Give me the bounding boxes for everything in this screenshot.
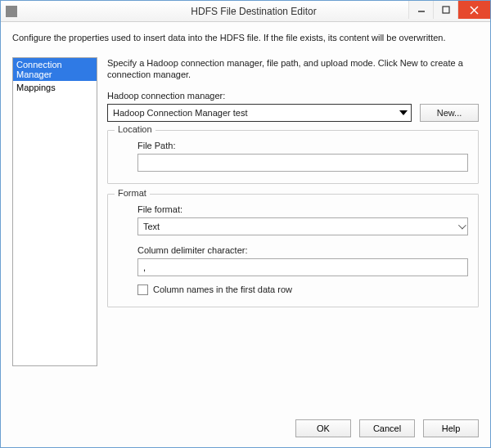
firstrow-row: Column names in the first data row	[137, 284, 468, 295]
body: Configure the properties used to insert …	[1, 23, 490, 447]
nav-item-connection-manager[interactable]: Connection Manager	[13, 58, 97, 81]
new-button-label: New...	[437, 108, 462, 118]
cancel-button[interactable]: Cancel	[359, 419, 415, 437]
help-label: Help	[442, 423, 461, 433]
delimiter-input[interactable]	[137, 258, 468, 276]
nav-item-label: Mappings	[16, 83, 56, 92]
minimize-button[interactable]	[408, 1, 433, 19]
ok-label: OK	[317, 423, 330, 433]
chevron-down-icon	[396, 105, 411, 121]
ok-button[interactable]: OK	[295, 419, 351, 437]
titlebar: HDFS File Destination Editor	[1, 1, 490, 22]
location-legend: Location	[115, 124, 155, 134]
fileformat-label: File format:	[137, 204, 468, 214]
app-icon	[6, 6, 17, 17]
window-buttons	[408, 1, 490, 19]
conn-manager-value: Hadoop Connection Manager test	[113, 108, 248, 118]
firstrow-checkbox[interactable]	[137, 284, 148, 295]
nav-item-mappings[interactable]: Mappings	[13, 81, 97, 94]
chevron-down-icon	[458, 223, 464, 229]
intro-text: Configure the properties used to insert …	[12, 33, 479, 43]
conn-manager-dropdown[interactable]: Hadoop Connection Manager test	[107, 104, 412, 122]
footer-buttons: OK Cancel Help	[295, 419, 479, 437]
format-group: Format File format: Text Column delimite…	[107, 194, 479, 307]
filepath-label: File Path:	[137, 141, 468, 150]
new-button[interactable]: New...	[420, 104, 479, 122]
help-button[interactable]: Help	[423, 419, 479, 437]
minimize-icon	[417, 6, 426, 14]
delimiter-label: Column delimiter character:	[137, 245, 468, 255]
location-group: Location File Path:	[107, 130, 479, 184]
window: HDFS File Destination Editor Configure t…	[0, 0, 491, 448]
maximize-icon	[442, 6, 450, 14]
fileformat-value: Text	[143, 222, 160, 231]
content-panel: Specify a Hadoop connection manager, fil…	[107, 57, 479, 366]
conn-manager-label: Hadoop connection manager:	[107, 91, 479, 101]
conn-row: Hadoop Connection Manager test New...	[107, 104, 479, 122]
main-row: Connection Manager Mappings Specify a Ha…	[12, 57, 479, 366]
cancel-label: Cancel	[373, 423, 401, 433]
nav-item-label: Connection Manager	[16, 60, 62, 79]
svg-rect-1	[443, 7, 449, 13]
filepath-input[interactable]	[137, 154, 468, 172]
close-icon	[470, 6, 479, 15]
format-legend: Format	[115, 188, 150, 198]
firstrow-label: Column names in the first data row	[153, 284, 292, 294]
maximize-button[interactable]	[433, 1, 457, 19]
fileformat-dropdown[interactable]: Text	[137, 217, 468, 235]
content-desc: Specify a Hadoop connection manager, fil…	[107, 57, 479, 81]
close-button[interactable]	[457, 1, 490, 19]
nav-list[interactable]: Connection Manager Mappings	[12, 57, 97, 366]
